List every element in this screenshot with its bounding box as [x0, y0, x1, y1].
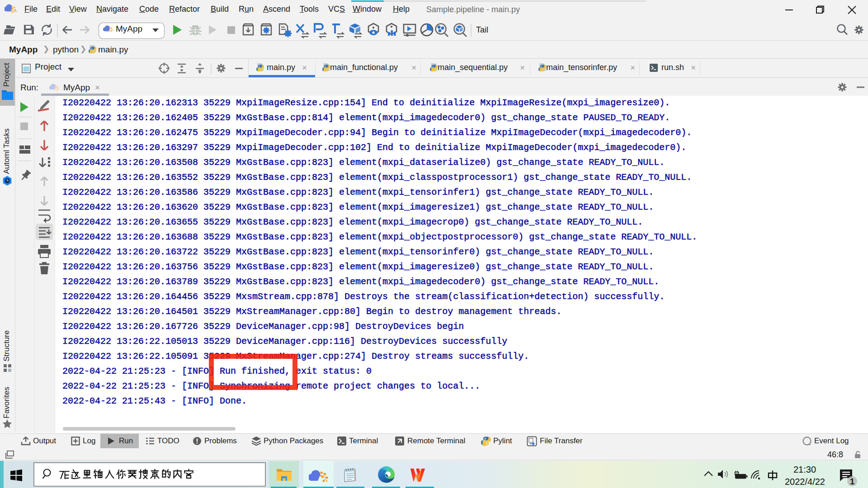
svg-text:1: 1 — [850, 477, 855, 486]
